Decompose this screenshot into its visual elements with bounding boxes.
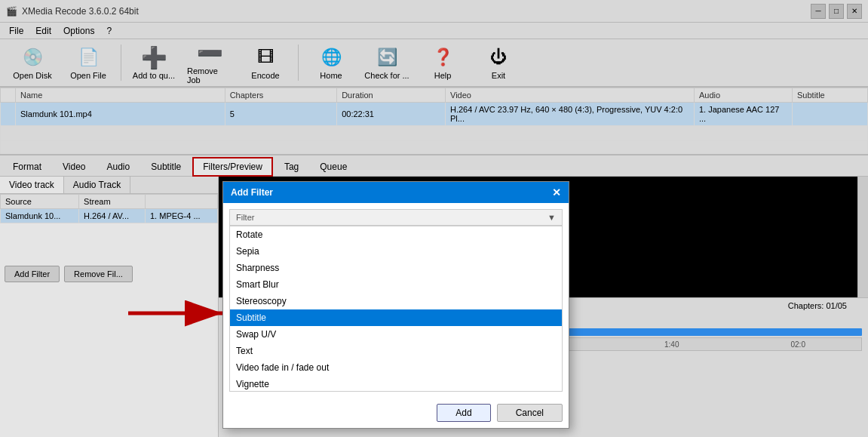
filter-item-video-fade[interactable]: Video fade in / fade out [230, 359, 562, 376]
cancel-button[interactable]: Cancel [497, 404, 563, 422]
filter-item-rotate[interactable]: Rotate [230, 226, 562, 243]
filter-item-text[interactable]: Text [230, 343, 562, 359]
filter-item-swap-uv[interactable]: Swap U/V [230, 326, 562, 343]
dialog-title: Add Filter [231, 187, 273, 198]
filter-item-vignette[interactable]: Vignette [230, 376, 562, 392]
filter-item-smart-blur[interactable]: Smart Blur [230, 276, 562, 293]
dialog-titlebar: Add Filter ✕ [223, 182, 569, 203]
filter-item-sharpness[interactable]: Sharpness [230, 260, 562, 276]
filter-item-subtitle[interactable]: Subtitle [230, 309, 562, 326]
filter-list-header: Filter ▼ [229, 209, 563, 226]
dialog-buttons: Add Cancel [223, 398, 569, 428]
add-button[interactable]: Add [437, 404, 490, 422]
filter-list[interactable]: Rotate Sepia Sharpness Smart Blur Stereo… [229, 226, 563, 392]
dialog-body: Filter ▼ Rotate Sepia Sharpness Smart Bl… [223, 203, 569, 398]
filter-item-stereoscopy[interactable]: Stereoscopy [230, 293, 562, 309]
dialog-close-button[interactable]: ✕ [552, 186, 561, 198]
filter-item-sepia[interactable]: Sepia [230, 243, 562, 260]
dialog-overlay: Add Filter ✕ Filter ▼ Rotate Sepia Sharp… [0, 0, 868, 437]
filter-sort-icon: ▼ [547, 213, 556, 222]
filter-header-label: Filter [236, 213, 254, 222]
add-filter-dialog: Add Filter ✕ Filter ▼ Rotate Sepia Sharp… [222, 181, 569, 429]
